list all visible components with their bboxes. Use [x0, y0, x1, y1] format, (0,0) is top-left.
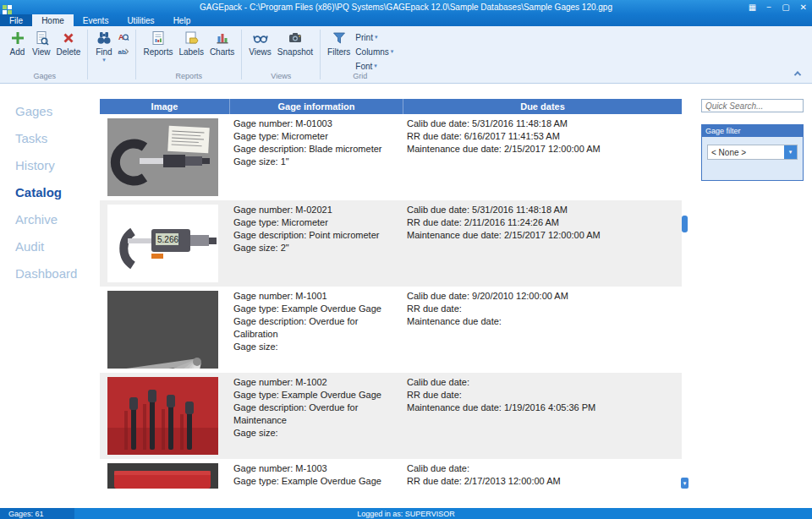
gage-description: Gage description: Overdue for Calibratio…: [233, 315, 398, 341]
tab-utilities[interactable]: Utilities: [118, 14, 163, 26]
tab-help[interactable]: Help: [164, 14, 200, 26]
table-row[interactable]: Gage number: M-1001 Gage type: Example O…: [100, 287, 682, 373]
column-header-due-dates[interactable]: Due dates: [403, 99, 682, 114]
gage-filter-value: < None >: [711, 148, 746, 157]
window-controls: ▦ − ▢ ✕: [749, 0, 807, 14]
tab-events[interactable]: Events: [74, 14, 118, 26]
font-button[interactable]: Font ▾: [354, 60, 395, 72]
gage-info-cell: Gage number: M-02021 Gage type: Micromet…: [230, 200, 403, 287]
table-row[interactable]: Gage number: M-1002 Gage type: Example O…: [100, 373, 682, 459]
filters-button[interactable]: Filters: [325, 28, 353, 57]
column-header-image[interactable]: Image: [100, 99, 230, 114]
gage-image-cell: [100, 373, 230, 459]
ribbon-group-grid: Filters Print ▾ Columns ▾ Font ▾: [321, 26, 398, 83]
table-row[interactable]: Gage number: M-1003 Gage type: Example O…: [100, 459, 682, 489]
gage-size: Gage size:: [233, 427, 398, 440]
find-button[interactable]: Find ▾: [92, 28, 115, 63]
reports-button[interactable]: Reports: [140, 28, 175, 57]
gage-number: Gage number: M-01003: [233, 117, 398, 130]
delete-button[interactable]: Delete: [54, 28, 84, 57]
due-dates-cell: Calib due date: RR due date: Maintenance…: [403, 373, 682, 459]
due-dates-cell: Calib due date: 5/31/2016 11:48:18 AM RR…: [403, 200, 682, 287]
gage-number: Gage number: M-1003: [233, 462, 398, 475]
table-row[interactable]: Gage number: M-01003 Gage type: Micromet…: [100, 114, 682, 200]
window-title: GAGEpack - C:\Program Files (x86)\PQ Sys…: [0, 0, 812, 14]
group-label-find: [92, 72, 131, 83]
tab-file[interactable]: File: [0, 14, 32, 26]
scroll-down-button[interactable]: ▾: [681, 478, 689, 489]
font-label: Font: [355, 62, 372, 71]
calib-due-date: Calib due date: 5/31/2016 11:48:18 AM: [407, 117, 677, 130]
add-button[interactable]: Add: [6, 28, 29, 57]
sidebar-item-archive[interactable]: Archive: [0, 205, 100, 232]
rr-due-date: RR due date: 2/11/2016 11:24:26 AM: [407, 216, 677, 229]
table-row[interactable]: 5.266 Gage number: M-02021 Gage type: Mi…: [100, 200, 682, 287]
ribbon-separator: [87, 30, 88, 79]
gage-filter-panel: Gage filter < None > ▾: [701, 124, 804, 181]
view-button[interactable]: View: [30, 28, 53, 57]
quick-search-input[interactable]: [701, 99, 804, 112]
customize-icon[interactable]: ▦: [749, 0, 756, 14]
sidebar: Gages Tasks History Catalog Archive Audi…: [0, 84, 100, 508]
svg-text:ab: ab: [118, 48, 126, 56]
close-icon[interactable]: ✕: [800, 0, 807, 14]
rr-due-date: RR due date:: [407, 303, 677, 315]
tab-home[interactable]: Home: [32, 14, 74, 26]
gage-size: Gage size: 2": [233, 242, 398, 254]
columns-button[interactable]: Columns ▾: [354, 46, 395, 57]
charts-icon: [214, 30, 231, 46]
incremental-search-icon: ab: [118, 46, 129, 57]
find-label: Find: [96, 47, 112, 57]
ribbon-collapse-button[interactable]: [792, 68, 804, 79]
incremental-search-button[interactable]: ab: [116, 46, 131, 57]
point-micrometer-photo: 5.266: [107, 205, 218, 282]
find-text-button[interactable]: A: [116, 31, 131, 43]
ribbon-separator: [241, 30, 242, 79]
dropdown-arrow-icon[interactable]: ▾: [784, 145, 797, 159]
gage-filter-dropdown[interactable]: < None > ▾: [707, 145, 798, 160]
ribbon-group-reports: Reports Labels Charts Reports: [137, 26, 240, 83]
find-text-icon: A: [118, 31, 129, 43]
gage-image-cell: [100, 114, 230, 200]
print-button[interactable]: Print ▾: [354, 31, 395, 43]
ribbon-tabs: File Home Events Utilities Help: [0, 14, 812, 26]
gage-description: Gage description: Point micrometer: [233, 229, 398, 242]
rr-due-date: RR due date:: [407, 389, 677, 402]
find-icon: [96, 30, 112, 46]
labels-label: Labels: [178, 47, 203, 57]
column-header-gage-information[interactable]: Gage information: [230, 99, 403, 114]
views-button[interactable]: Views: [246, 28, 274, 57]
ribbon-separator: [135, 30, 136, 79]
group-label-reports: Reports: [140, 72, 237, 83]
print-dropdown-icon: ▾: [375, 34, 378, 41]
table-header-row: Image Gage information Due dates: [100, 99, 682, 114]
snapshot-icon: [287, 30, 304, 46]
snapshot-button[interactable]: Snapshot: [275, 28, 315, 57]
sidebar-item-history[interactable]: History: [0, 151, 100, 178]
sidebar-item-dashboard[interactable]: Dashboard: [0, 260, 100, 287]
maximize-icon[interactable]: ▢: [782, 0, 789, 14]
sidebar-item-gages[interactable]: Gages: [0, 97, 100, 124]
scrollbar-thumb[interactable]: [682, 216, 688, 232]
gage-type: Gage type: Micrometer: [233, 216, 398, 229]
font-dropdown-icon: ▾: [374, 63, 377, 69]
vertical-scrollbar[interactable]: ▾: [681, 114, 689, 489]
columns-dropdown-icon: ▾: [391, 48, 394, 55]
ribbon-group-find: Find ▾ A ab: [89, 26, 134, 83]
sidebar-item-tasks[interactable]: Tasks: [0, 124, 100, 151]
gage-image-cell: [100, 287, 230, 373]
sidebar-item-catalog[interactable]: Catalog: [0, 178, 100, 205]
gage-type: Gage type: Micrometer: [233, 130, 398, 143]
gage-size: Gage size: 1": [233, 156, 398, 168]
ribbon-separator: [320, 30, 321, 79]
sidebar-item-audit[interactable]: Audit: [0, 232, 100, 260]
view-label: View: [32, 47, 51, 57]
pin-gages-photo: [107, 377, 218, 455]
views-icon: [252, 30, 269, 46]
calib-due-date: Calib due date: 5/31/2016 11:48:18 AM: [407, 204, 677, 216]
reports-label: Reports: [143, 47, 173, 57]
charts-button[interactable]: Charts: [207, 28, 237, 57]
labels-button[interactable]: Labels: [176, 28, 206, 57]
minimize-icon[interactable]: −: [766, 0, 771, 14]
gage-number: Gage number: M-1001: [233, 290, 398, 303]
